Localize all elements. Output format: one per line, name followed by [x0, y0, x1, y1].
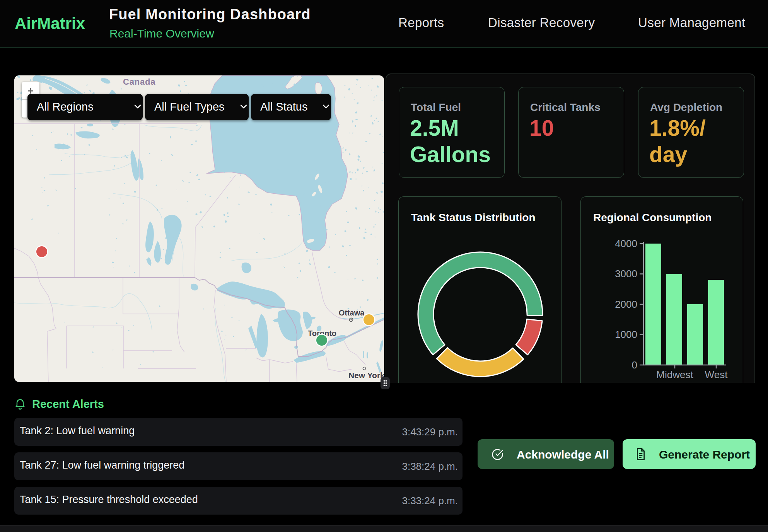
svg-text:Midwest: Midwest [656, 369, 693, 380]
svg-text:4000: 4000 [615, 238, 637, 249]
svg-text:1000: 1000 [615, 329, 637, 340]
svg-text:3000: 3000 [615, 268, 637, 280]
svg-text:Canada: Canada [123, 77, 155, 87]
svg-text:Ottawa: Ottawa [339, 309, 365, 317]
svg-text:2000: 2000 [615, 298, 637, 310]
svg-text:West: West [705, 369, 728, 380]
svg-text:0: 0 [632, 359, 637, 371]
svg-text:New York: New York [348, 371, 384, 380]
